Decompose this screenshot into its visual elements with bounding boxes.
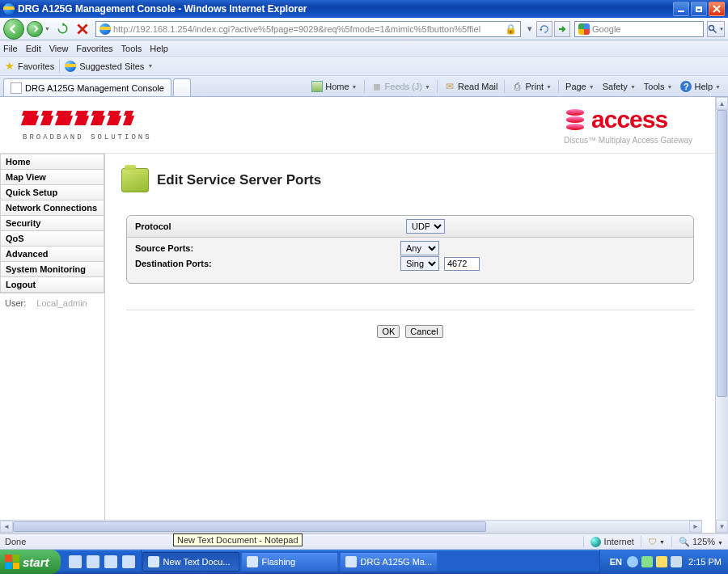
- printer-icon: ⎙: [511, 81, 523, 92]
- quicklaunch-icon-4[interactable]: [122, 555, 135, 568]
- stop-button[interactable]: [75, 22, 90, 36]
- window-title: DRG A125G Management Console - Windows I…: [18, 3, 307, 15]
- ie-statusbar: Done New Text Document - Notepad Interne…: [0, 534, 728, 550]
- quicklaunch-icon-2[interactable]: [87, 555, 99, 568]
- protocol-label: Protocol: [135, 221, 406, 231]
- compat-refresh-button[interactable]: [536, 21, 552, 37]
- address-history-dropdown[interactable]: ▾: [524, 23, 535, 34]
- destination-port-input[interactable]: [444, 257, 480, 271]
- sidebar-item-monitoring[interactable]: System Monitoring: [1, 262, 104, 277]
- menu-favorites[interactable]: Favorites: [76, 44, 112, 53]
- cmd-home[interactable]: Home▼: [309, 79, 359, 94]
- tray-icon-3[interactable]: [656, 556, 667, 567]
- forward-button[interactable]: [27, 21, 43, 37]
- destination-ports-label: Destination Ports:: [135, 259, 400, 268]
- new-tab-button[interactable]: [173, 78, 191, 96]
- cmd-readmail[interactable]: ✉ Read Mail: [442, 79, 501, 94]
- system-tray: EN 2:15 PM: [599, 550, 728, 574]
- tray-icon-1[interactable]: [627, 556, 638, 567]
- tray-icon-2[interactable]: [641, 556, 653, 567]
- zoom-control[interactable]: 🔍 125%▼: [679, 537, 723, 547]
- taskbar-btn-flashing[interactable]: Flashing: [241, 552, 338, 571]
- language-indicator[interactable]: EN: [610, 557, 622, 567]
- page-viewport: BROADBAND SOLUTIONS access Discus™ Multi…: [0, 97, 728, 534]
- favorites-button[interactable]: Favorites: [18, 61, 54, 71]
- protocol-select[interactable]: UDP: [406, 219, 445, 234]
- taskbar-btn-notepad[interactable]: New Text Docu...: [142, 552, 239, 571]
- search-box[interactable]: Google: [574, 21, 704, 37]
- tray-icon-4[interactable]: [671, 556, 682, 567]
- pirelli-logo: [23, 109, 131, 130]
- ok-button[interactable]: OK: [377, 325, 400, 338]
- destination-mode-select[interactable]: Single: [400, 256, 439, 271]
- back-button[interactable]: [3, 19, 24, 40]
- windows-flag-icon: [5, 555, 19, 569]
- history-dropdown[interactable]: ▼: [44, 26, 50, 32]
- tab-active[interactable]: DRG A125G Management Console: [3, 78, 171, 96]
- maximize-button[interactable]: [691, 2, 707, 16]
- taskbar-clock[interactable]: 2:15 PM: [688, 557, 722, 567]
- sidebar-item-network[interactable]: Network Connections: [1, 200, 104, 216]
- menu-file[interactable]: File: [3, 44, 18, 53]
- cmd-safety[interactable]: Safety▼: [600, 80, 638, 93]
- sidebar-item-qos[interactable]: QoS: [1, 231, 104, 247]
- address-url: http://192.168.1.254/index.cgi?active%5f…: [113, 24, 502, 34]
- sidebar-item-advanced[interactable]: Advanced: [1, 247, 104, 262]
- cmd-tools[interactable]: Tools▼: [641, 80, 675, 93]
- notepad-icon: [148, 556, 159, 567]
- source-ports-select[interactable]: Any: [400, 241, 439, 255]
- star-icon: ★: [5, 60, 15, 72]
- ie-command-bar: Home▼ ◼ Feeds (J)▼ ✉ Read Mail ⎙ Print▼ …: [307, 77, 725, 96]
- google-icon: [578, 23, 590, 35]
- cmd-help[interactable]: ? Help▼: [678, 79, 723, 94]
- windows-taskbar: start New Text Docu... Flashing DRG A125…: [0, 550, 728, 574]
- sidebar-item-logout[interactable]: Logout: [1, 277, 104, 293]
- security-zone[interactable]: Internet: [604, 537, 634, 546]
- vscroll-thumb[interactable]: [717, 110, 727, 397]
- main-content: Edit Service Server Ports Protocol UDP S…: [105, 154, 715, 533]
- cancel-button[interactable]: Cancel: [405, 325, 442, 338]
- menu-edit[interactable]: Edit: [26, 44, 41, 53]
- go-button[interactable]: [554, 21, 570, 37]
- address-bar[interactable]: http://192.168.1.254/index.cgi?active%5f…: [95, 21, 521, 37]
- suggested-sites-dropdown[interactable]: ▼: [147, 63, 153, 69]
- ie-menubar: File Edit View Favorites Tools Help: [0, 40, 728, 57]
- vertical-scrollbar[interactable]: ▲ ▼: [715, 97, 728, 533]
- sidebar: Home Map View Quick Setup Network Connec…: [0, 154, 105, 533]
- search-button[interactable]: ▼: [707, 21, 725, 37]
- home-icon: [311, 81, 323, 92]
- status-text: Done: [5, 537, 26, 546]
- scroll-right-button[interactable]: ►: [689, 521, 702, 533]
- scroll-up-button[interactable]: ▲: [716, 97, 728, 110]
- lock-icon: 🔒: [505, 23, 517, 35]
- sidebar-item-security[interactable]: Security: [1, 216, 104, 231]
- menu-view[interactable]: View: [49, 44, 69, 53]
- scroll-left-button[interactable]: ◄: [0, 521, 13, 533]
- sidebar-item-mapview[interactable]: Map View: [1, 170, 104, 185]
- sidebar-item-quicksetup[interactable]: Quick Setup: [1, 185, 104, 200]
- access-subtitle: Discus™ Multiplay Access Gateway: [564, 136, 692, 145]
- cmd-feeds[interactable]: ◼ Feeds (J)▼: [369, 79, 433, 94]
- refresh-button[interactable]: [56, 22, 70, 36]
- menu-help[interactable]: Help: [150, 44, 168, 53]
- close-button[interactable]: [709, 2, 725, 16]
- start-button[interactable]: start: [0, 550, 61, 574]
- help-icon: ?: [680, 81, 692, 92]
- sidebar-item-home[interactable]: Home: [1, 154, 104, 170]
- quicklaunch-icon-3[interactable]: [104, 555, 117, 568]
- menu-tools[interactable]: Tools: [121, 44, 142, 53]
- favorites-bar: ★ Favorites Suggested Sites ▼: [0, 57, 728, 76]
- minimize-button[interactable]: [673, 2, 689, 16]
- suggested-sites-button[interactable]: Suggested Sites: [79, 61, 144, 71]
- scroll-down-button[interactable]: ▼: [716, 520, 728, 533]
- quicklaunch-icon-1[interactable]: [69, 555, 82, 568]
- cmd-page[interactable]: Page▼: [563, 80, 597, 93]
- mail-icon: ✉: [444, 81, 455, 92]
- horizontal-scrollbar[interactable]: ◄ ►: [0, 520, 702, 533]
- hscroll-thumb[interactable]: [13, 521, 486, 532]
- cmd-print[interactable]: ⎙ Print▼: [509, 79, 554, 94]
- sidebar-user: User: Local_admin: [0, 293, 104, 313]
- taskbar-btn-ie[interactable]: DRG A125G Ma...: [340, 552, 438, 571]
- sidebar-username: Local_admin: [36, 298, 87, 308]
- protected-mode-icon[interactable]: 🛡: [648, 537, 657, 546]
